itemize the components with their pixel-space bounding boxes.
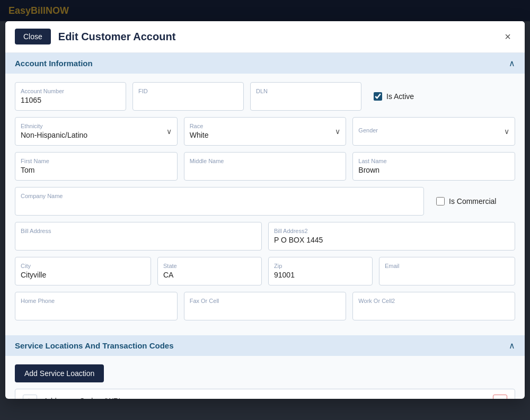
gender-field[interactable]: Gender ∨	[352, 117, 515, 146]
ethnicity-value: Non-Hispanic/Latino	[21, 131, 172, 139]
modal-overlay: Close Edit Customer Account × Account In…	[0, 0, 530, 420]
race-field[interactable]: Race White ∨	[184, 117, 347, 146]
city-field: City	[15, 257, 151, 285]
account-number-input[interactable]	[21, 96, 120, 104]
city-label: City	[21, 263, 145, 269]
account-number-label: Account Number	[21, 88, 120, 94]
state-field: State	[157, 257, 262, 285]
is-active-field: Is Active	[368, 82, 453, 111]
service-address-text: Address: - Codes: 'WR'	[43, 397, 487, 399]
close-button[interactable]: Close	[15, 29, 51, 44]
modal: Close Edit Customer Account × Account In…	[5, 21, 525, 399]
last-name-field: Last Name	[352, 152, 515, 181]
first-name-field: First Name	[15, 152, 178, 181]
fid-label: FID	[138, 88, 238, 94]
bill-address2-label: Bill Address2	[274, 228, 509, 234]
account-row-1: Account Number FID DLN Is Active	[15, 82, 515, 111]
account-number-field: Account Number	[15, 82, 126, 111]
company-name-field: Company Name	[15, 187, 424, 216]
account-row-5: Bill Address Bill Address2	[15, 222, 515, 251]
account-section-header[interactable]: Account Information ∧	[5, 53, 525, 74]
zip-label: Zip	[274, 263, 367, 269]
email-input[interactable]	[385, 271, 509, 279]
middle-name-input[interactable]	[190, 166, 341, 174]
gender-arrow-icon: ∨	[504, 127, 509, 136]
zip-field: Zip	[268, 257, 373, 285]
is-commercial-field: Is Commercial	[430, 187, 515, 216]
state-input[interactable]	[163, 271, 256, 279]
fax-or-cell-label: Fax Or Cell	[190, 298, 341, 304]
account-row-3: First Name Middle Name Last Name	[15, 152, 515, 181]
account-section-title: Account Information	[15, 59, 93, 68]
dln-input[interactable]	[256, 96, 356, 104]
dln-label: DLN	[256, 88, 356, 94]
first-name-label: First Name	[21, 158, 172, 164]
service-section-body: Add Service Loaction ✎ Address: - Codes:…	[5, 356, 525, 399]
company-name-input[interactable]	[21, 201, 418, 209]
race-arrow-icon: ∨	[335, 127, 340, 136]
last-name-input[interactable]	[358, 166, 509, 174]
ethnicity-field[interactable]: Ethnicity Non-Hispanic/Latino ∨	[15, 117, 178, 146]
last-name-label: Last Name	[358, 158, 509, 164]
work-or-cell2-input[interactable]	[358, 306, 509, 314]
bill-address-field: Bill Address	[15, 222, 262, 251]
account-row-2: Ethnicity Non-Hispanic/Latino ∨ Race Whi…	[15, 117, 515, 146]
home-phone-field: Home Phone	[15, 292, 178, 320]
home-phone-label: Home Phone	[21, 298, 172, 304]
is-commercial-label: Is Commercial	[449, 197, 496, 205]
work-or-cell2-label: Work Or Cell2	[358, 298, 509, 304]
bill-address2-input[interactable]	[274, 236, 509, 244]
home-phone-input[interactable]	[21, 306, 172, 314]
bill-address-label: Bill Address	[21, 228, 256, 234]
fid-input[interactable]	[138, 96, 238, 104]
is-active-label: Is Active	[386, 92, 414, 101]
account-row-7: Home Phone Fax Or Cell Work Or Cell2	[15, 292, 515, 320]
service-delete-button[interactable]: ✕	[493, 395, 507, 399]
add-service-button[interactable]: Add Service Loaction	[15, 364, 104, 382]
zip-input[interactable]	[274, 271, 367, 279]
dln-field: DLN	[250, 82, 361, 111]
service-section-header[interactable]: Service Locations And Transaction Codes …	[5, 335, 525, 356]
work-or-cell2-field: Work Or Cell2	[352, 292, 515, 320]
email-field: Email	[379, 257, 515, 285]
fax-or-cell-field: Fax Or Cell	[184, 292, 347, 320]
race-label: Race	[190, 123, 341, 129]
gender-label: Gender	[358, 127, 509, 133]
is-active-checkbox[interactable]	[374, 92, 382, 101]
account-row-6: City State Zip Email	[15, 257, 515, 285]
bill-address2-field: Bill Address2	[268, 222, 515, 251]
account-row-4: Company Name Is Commercial	[15, 187, 515, 216]
state-label: State	[163, 263, 256, 269]
service-edit-button[interactable]: ✎	[23, 395, 37, 399]
middle-name-field: Middle Name	[184, 152, 347, 181]
service-chevron-icon: ∧	[509, 341, 515, 351]
city-input[interactable]	[21, 271, 145, 279]
is-commercial-checkbox[interactable]	[436, 197, 445, 205]
company-name-label: Company Name	[21, 193, 418, 199]
first-name-input[interactable]	[21, 166, 172, 174]
fid-field: FID	[132, 82, 244, 111]
modal-title: Edit Customer Account	[58, 31, 501, 43]
service-section-title: Service Locations And Transaction Codes	[15, 341, 174, 350]
account-chevron-icon: ∧	[509, 58, 515, 68]
modal-close-x-button[interactable]: ×	[500, 29, 515, 45]
ethnicity-arrow-icon: ∨	[166, 127, 172, 136]
ethnicity-label: Ethnicity	[21, 123, 172, 129]
account-section-body: Account Number FID DLN Is Active	[5, 74, 525, 335]
middle-name-label: Middle Name	[190, 158, 341, 164]
email-label: Email	[385, 263, 509, 269]
modal-header: Close Edit Customer Account ×	[5, 21, 525, 53]
race-value: White	[190, 131, 341, 139]
bill-address-input[interactable]	[21, 236, 256, 244]
service-list-item: ✎ Address: - Codes: 'WR' ✕	[15, 389, 515, 399]
fax-or-cell-input[interactable]	[190, 306, 341, 314]
